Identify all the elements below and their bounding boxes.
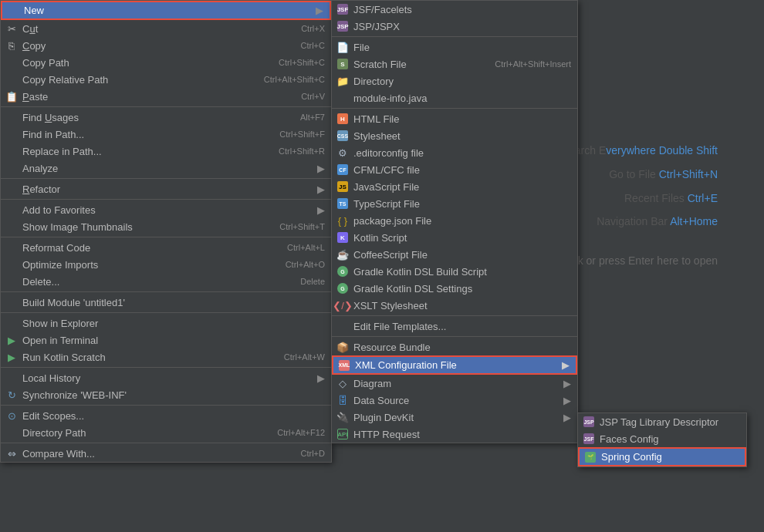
kotlin-icon: K (336, 231, 349, 244)
run-kotlin-label: Run Kotlin Scratch (22, 352, 106, 363)
separator-9 (1, 443, 331, 443)
submenu-item-jsp-lib[interactable]: JSP JSP Tag Library Descriptor (578, 413, 746, 430)
submenu-item-html[interactable]: H HTML File (332, 110, 577, 127)
menu-item-add-favorites[interactable]: Add to Favorites ▶ (1, 201, 331, 218)
menu-item-optimize[interactable]: Optimize Imports Ctrl+Alt+O (1, 256, 331, 273)
dir-path-icon (5, 426, 18, 439)
menu-item-compare-with[interactable]: ⇔ Compare With... Ctrl+D (1, 445, 331, 462)
synchronize-label: Synchronize 'WEB-INF' (22, 389, 127, 401)
separator-2 (1, 178, 331, 179)
diagram-arrow: ▶ (563, 378, 571, 389)
separator-1 (1, 106, 331, 107)
reformat-shortcut: Ctrl+Alt+L (272, 243, 325, 252)
submenu-item-jsp[interactable]: JSP JSP/JSPX (332, 18, 577, 35)
submenu-item-spring-config[interactable]: 🌱 Spring Config (578, 447, 746, 466)
menu-item-cut[interactable]: ✂ Cut Ctrl+X (1, 20, 331, 37)
edit-templates-icon (336, 320, 349, 332)
menu-item-run-kotlin[interactable]: ▶ Run Kotlin Scratch Ctrl+Alt+W (1, 348, 331, 365)
submenu-item-data-source[interactable]: 🗄 Data Source ▶ (332, 392, 577, 409)
paste-label: Paste (22, 91, 48, 103)
copy-rel-label: Copy Relative Path (22, 74, 108, 86)
menu-item-show-thumbnails[interactable]: Show Image Thumbnails Ctrl+Shift+T (1, 218, 331, 235)
submenu-item-javascript[interactable]: JS JavaScript File (332, 178, 577, 195)
submenu-item-cfml[interactable]: CF CFML/CFC file (332, 161, 577, 178)
menu-item-build-module[interactable]: Build Module 'untitled1' (1, 294, 331, 311)
menu-item-replace-path[interactable]: Replace in Path... Ctrl+Shift+R (1, 143, 331, 160)
menu-item-synchronize[interactable]: ↻ Synchronize 'WEB-INF' (1, 386, 331, 403)
menu-item-paste[interactable]: 📋 Paste Ctrl+V (1, 88, 331, 105)
menu-item-delete[interactable]: Delete... Delete (1, 273, 331, 290)
submenu-item-xslt[interactable]: ❮/❯ XSLT Stylesheet (332, 297, 577, 314)
submenu-item-faces-config[interactable]: JSF Faces Config (578, 430, 746, 447)
separator-6 (1, 312, 331, 313)
submenu-item-typescript[interactable]: TS TypeScript File (332, 195, 577, 212)
run-icon: ▶ (5, 351, 18, 363)
submenu-item-editorconfig[interactable]: ⚙ .editorconfig file (332, 144, 577, 161)
menu-item-copy-path[interactable]: Copy Path Ctrl+Shift+C (1, 54, 331, 71)
scratch-label: Scratch File (353, 59, 407, 70)
cut-label: Cut (22, 23, 38, 35)
analyze-arrow: ▶ (317, 163, 325, 174)
copy-rel-shortcut: Ctrl+Alt+Shift+C (248, 75, 325, 84)
menu-item-refactor[interactable]: Refactor ▶ (1, 180, 331, 197)
submenu-item-stylesheet[interactable]: CSS Stylesheet (332, 127, 577, 144)
reformat-label: Reformat Code (22, 242, 90, 254)
submenu-item-jsf[interactable]: JSF JSF/Facelets (332, 1, 577, 18)
plugin-arrow: ▶ (563, 412, 571, 423)
menu-item-find-path[interactable]: Find in Path... Ctrl+Shift+F (1, 126, 331, 143)
scratch-shortcut: Ctrl+Alt+Shift+Insert (487, 59, 571, 69)
submenu-item-edit-templates[interactable]: Edit File Templates... (332, 318, 577, 335)
jsp-icon: JSP (336, 20, 349, 32)
xml-arrow: ▶ (562, 359, 570, 371)
submenu-item-resource-bundle[interactable]: 📦 Resource Bundle (332, 338, 577, 355)
menu-item-find-usages[interactable]: Find Usages Alt+F7 (1, 109, 331, 126)
menu-item-directory-path[interactable]: Directory Path Ctrl+Alt+F12 (1, 424, 331, 441)
run-kotlin-shortcut: Ctrl+Alt+W (269, 352, 325, 362)
submenu-item-scratch[interactable]: S Scratch File Ctrl+Alt+Shift+Insert (332, 56, 577, 72)
plugin-devkit-label: Plugin DevKit (353, 412, 414, 423)
spring-icon: 🌱 (584, 451, 597, 463)
submenu-item-http-request[interactable]: API HTTP Request (332, 426, 577, 443)
menu-item-copy-rel[interactable]: Copy Relative Path Ctrl+Alt+Shift+C (1, 71, 331, 88)
diagram-icon: ◇ (336, 377, 349, 389)
menu-item-edit-scopes[interactable]: ⊙ Edit Scopes... (1, 407, 331, 424)
copy-shortcut: Ctrl+C (286, 41, 325, 50)
menu-item-analyze[interactable]: Analyze ▶ (1, 160, 331, 177)
data-source-label: Data Source (353, 395, 409, 406)
explorer-icon (5, 317, 18, 329)
menu-item-show-explorer[interactable]: Show in Explorer (1, 315, 331, 332)
submenu-item-module-info[interactable]: module-info.java (332, 89, 577, 106)
submenu-item-plugin-devkit[interactable]: 🔌 Plugin DevKit ▶ (332, 409, 577, 426)
scopes-icon: ⊙ (5, 409, 18, 422)
delete-shortcut: Delete (285, 277, 325, 286)
copy-path-icon (5, 56, 18, 69)
paste-shortcut: Ctrl+V (286, 92, 325, 101)
submenu-item-diagram[interactable]: ◇ Diagram ▶ (332, 375, 577, 392)
menu-item-open-terminal[interactable]: ▶ Open in Terminal (1, 332, 331, 348)
menu-item-reformat[interactable]: Reformat Code Ctrl+Alt+L (1, 239, 331, 256)
submenu-item-kotlin[interactable]: K Kotlin Script (332, 229, 577, 246)
replace-path-icon (5, 145, 18, 157)
edit-scopes-label: Edit Scopes... (22, 410, 84, 422)
kotlin-label: Kotlin Script (353, 232, 407, 244)
menu-item-local-history[interactable]: Local History ▶ (1, 369, 331, 386)
plugin-icon: 🔌 (336, 411, 349, 423)
find-path-icon (5, 128, 18, 140)
data-source-arrow: ▶ (563, 395, 571, 406)
pkg-icon: { } (336, 214, 349, 227)
main-context-menu: New ▶ ✂ Cut Ctrl+X ⎘ Copy Ctrl+C Copy Pa… (0, 0, 332, 463)
favorites-arrow: ▶ (317, 204, 325, 216)
jsp-lib-label: JSP Tag Library Descriptor (600, 416, 718, 428)
submenu-item-coffeescript[interactable]: ☕ CoffeeScript File (332, 246, 577, 263)
submenu-item-gradle-dsl[interactable]: G Gradle Kotlin DSL Build Script (332, 263, 577, 280)
submenu-item-file[interactable]: 📄 File (332, 39, 577, 56)
jsplib-icon: JSP (583, 416, 595, 428)
menu-item-copy[interactable]: ⎘ Copy Ctrl+C (1, 37, 331, 54)
submenu-item-xml-config[interactable]: XML XML Configuration File ▶ (332, 355, 577, 375)
menu-item-new[interactable]: New ▶ (1, 1, 331, 20)
submenu-item-packagejson[interactable]: { } package.json File (332, 212, 577, 229)
submenu-item-gradle-settings[interactable]: G Gradle Kotlin DSL Settings (332, 280, 577, 297)
gradle-settings-icon: G (336, 282, 349, 295)
sync-icon: ↻ (5, 389, 18, 401)
submenu-item-directory[interactable]: 📁 Directory (332, 72, 577, 89)
